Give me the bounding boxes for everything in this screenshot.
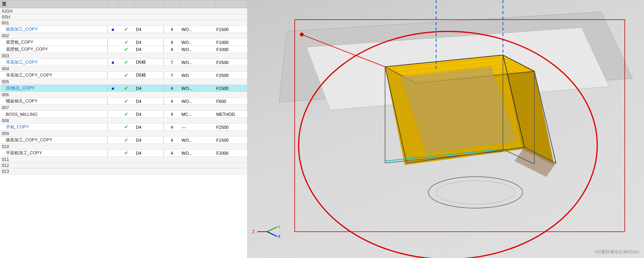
op-name-label: 开粗_COPY bbox=[6, 124, 29, 129]
check-icon: ✔ bbox=[124, 72, 128, 78]
operation-row[interactable]: 底壁铣_COPY✔D44WO...F1000 bbox=[0, 39, 247, 46]
group-row: 004 bbox=[0, 66, 247, 72]
op-name-label: 2D铣孔_COPY bbox=[6, 86, 35, 90]
operation-row[interactable]: 开粗_COPY✔D44---F2500 bbox=[0, 124, 247, 131]
wo-cell: WO... bbox=[180, 85, 215, 92]
wo-cell: WO bbox=[180, 72, 215, 79]
warn-icon: ■ bbox=[112, 27, 114, 32]
tool-cell: D4 bbox=[134, 124, 164, 131]
svg-text:X: X bbox=[278, 234, 281, 239]
num-cell: 4 bbox=[164, 85, 180, 92]
wo-cell: WO... bbox=[180, 98, 215, 105]
tool-cell: D4 bbox=[134, 85, 164, 92]
check-icon: ✔ bbox=[124, 111, 128, 117]
col-header-wo bbox=[180, 0, 215, 8]
3d-scene-svg: Y X Z bbox=[248, 0, 644, 258]
svg-point-55 bbox=[428, 177, 523, 208]
operation-row[interactable]: 底壁铣_COPY_COPY✔D44WO...F1000 bbox=[0, 46, 247, 53]
tool-cell: D4 bbox=[134, 46, 164, 53]
num-cell: 7 bbox=[164, 59, 180, 66]
feed-cell: F1500 bbox=[215, 137, 247, 144]
feed-cell: F2500 bbox=[215, 72, 247, 79]
svg-point-56 bbox=[436, 181, 515, 204]
operation-row[interactable]: 曲面加工_COPY■✔D44WO...F1500 bbox=[0, 26, 247, 33]
op-name-label: 曲面加工_COPY_COPY bbox=[6, 137, 53, 142]
group-row: 011 bbox=[0, 157, 247, 163]
tool-cell: D6精 bbox=[134, 72, 164, 79]
operation-row[interactable]: 2D铣孔_COPY■✔D44WO...F1500 bbox=[0, 85, 247, 92]
check-icon: ✔ bbox=[124, 150, 128, 156]
operation-list[interactable]: 页 IUGHIISH001曲面加工_COPY■✔D44WO...F1500002… bbox=[0, 0, 247, 258]
num-cell: 4 bbox=[164, 137, 180, 144]
wo-cell: WO... bbox=[180, 39, 215, 46]
num-cell: 4 bbox=[164, 124, 180, 131]
group-row: 002 bbox=[0, 33, 247, 39]
op-name-label: 曲面加工_COPY bbox=[6, 27, 38, 31]
col-header-feed bbox=[215, 0, 247, 8]
group-row: 009 bbox=[0, 131, 247, 137]
group-row: 003 bbox=[0, 53, 247, 59]
feed-cell: F2500 bbox=[215, 124, 247, 131]
num-cell: 4 bbox=[164, 46, 180, 53]
num-cell: 4 bbox=[164, 26, 180, 33]
left-panel: 页 IUGHIISH001曲面加工_COPY■✔D44WO...F1500002… bbox=[0, 0, 248, 258]
tool-cell: D6精 bbox=[134, 59, 164, 66]
group-row: IUGH bbox=[0, 8, 247, 14]
operation-row[interactable]: 等高加工_COPY■✔D6精7WO...F2500 bbox=[0, 59, 247, 66]
viewport-background: Y X Z UG爱好者论坛98132zz bbox=[248, 0, 644, 258]
group-row: 008 bbox=[0, 118, 247, 124]
tool-cell: D4 bbox=[134, 98, 164, 105]
group-row: IISH bbox=[0, 14, 247, 20]
op-name-label: 平面粗加工_COPY bbox=[6, 150, 42, 155]
feed-cell: F1500 bbox=[215, 85, 247, 92]
wo-cell: WO... bbox=[180, 59, 215, 66]
operation-row[interactable]: BOSS_MILLING✔D44MC...METHOD bbox=[0, 111, 247, 118]
feed-cell: F2500 bbox=[215, 59, 247, 66]
operation-row[interactable]: 曲面加工_COPY_COPY✔D44WO...F1500 bbox=[0, 137, 247, 144]
feed-cell: F600 bbox=[215, 98, 247, 105]
svg-text:Y: Y bbox=[278, 225, 281, 229]
op-name-label: 螺旋铣孔_COPY bbox=[6, 99, 38, 103]
group-row: 001 bbox=[0, 20, 247, 26]
warn-icon: ■ bbox=[112, 60, 114, 65]
tool-cell: D4 bbox=[134, 111, 164, 118]
check-icon: ✔ bbox=[124, 39, 128, 45]
wo-cell: --- bbox=[180, 124, 215, 131]
check-icon: ✔ bbox=[124, 124, 128, 130]
operation-row[interactable]: 平面粗加工_COPY✔D44WO...F2000 bbox=[0, 150, 247, 157]
col-header-num bbox=[164, 0, 180, 8]
col-header-name: 页 bbox=[0, 0, 108, 8]
check-icon: ✔ bbox=[124, 26, 128, 32]
svg-line-70 bbox=[267, 232, 277, 236]
group-row: 006 bbox=[0, 92, 247, 98]
operation-row[interactable]: 等高加工_COPY_COPY✔D6精7WOF2500 bbox=[0, 72, 247, 79]
3d-viewport[interactable]: Y X Z UG爱好者论坛98132zz bbox=[248, 0, 644, 258]
op-name-label: 等高加工_COPY bbox=[6, 60, 38, 64]
wo-cell: WO... bbox=[180, 26, 215, 33]
check-icon: ✔ bbox=[124, 137, 128, 143]
group-row: 007 bbox=[0, 105, 247, 111]
wo-cell: WO... bbox=[180, 150, 215, 157]
op-name-label: BOSS_MILLING bbox=[6, 112, 38, 117]
group-row: 012 bbox=[0, 163, 247, 168]
feed-cell: F1500 bbox=[215, 26, 247, 33]
svg-line-69 bbox=[267, 227, 277, 232]
num-cell: 4 bbox=[164, 98, 180, 105]
col-header-warn bbox=[108, 0, 118, 8]
warn-icon: ■ bbox=[112, 86, 114, 91]
tool-cell: D4 bbox=[134, 150, 164, 157]
num-cell: 7 bbox=[164, 72, 180, 79]
tool-cell: D4 bbox=[134, 39, 164, 46]
num-cell: 4 bbox=[164, 150, 180, 157]
op-name-label: 底壁铣_COPY_COPY bbox=[6, 47, 48, 51]
check-icon: ✔ bbox=[124, 46, 128, 52]
check-icon: ✔ bbox=[124, 85, 128, 91]
op-name-label: 底壁铣_COPY bbox=[6, 40, 33, 44]
wo-cell: WO... bbox=[180, 137, 215, 144]
operation-row[interactable]: 螺旋铣孔_COPY✔D44WO...F600 bbox=[0, 98, 247, 105]
wo-cell: WO... bbox=[180, 46, 215, 53]
feed-cell: F1000 bbox=[215, 39, 247, 46]
check-icon: ✔ bbox=[124, 98, 128, 104]
feed-cell: METHOD bbox=[215, 111, 247, 118]
feed-cell: F1000 bbox=[215, 46, 247, 53]
